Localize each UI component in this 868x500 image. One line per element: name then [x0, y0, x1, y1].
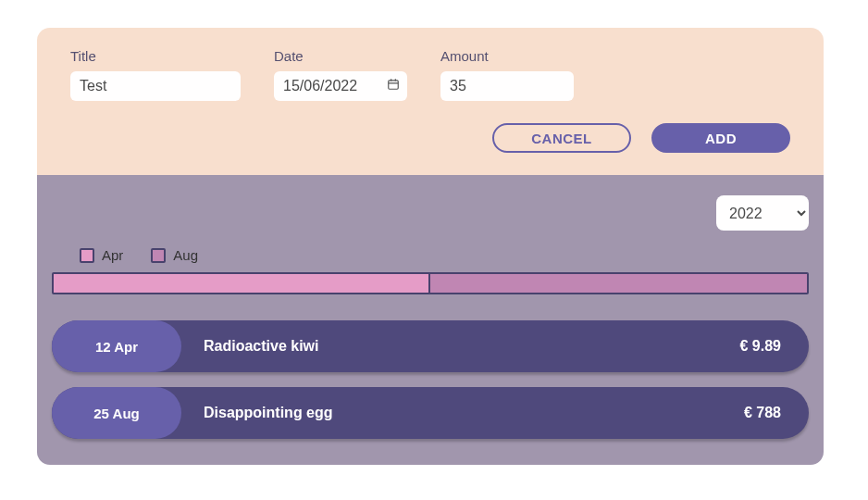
expense-date-pill: 25 Aug [52, 387, 181, 439]
amount-label: Amount [440, 48, 574, 64]
expense-list: 12 Apr Radioactive kiwi € 9.89 25 Aug Di… [52, 320, 809, 439]
app-container: Title Date [37, 28, 824, 465]
title-field-group: Title [70, 48, 241, 101]
legend-swatch-apr [80, 248, 94, 263]
expense-date-pill: 12 Apr [52, 320, 181, 372]
legend-label-apr: Apr [102, 247, 123, 263]
date-label: Date [274, 48, 407, 64]
expense-amount: € 9.89 [740, 338, 781, 355]
date-field-group: Date [274, 48, 407, 101]
title-label: Title [70, 48, 241, 64]
add-button[interactable]: ADD [651, 123, 790, 153]
year-filter-row: 2022 [52, 195, 809, 231]
chart-legend: Apr Aug [52, 247, 809, 263]
expense-title: Disappointing egg [181, 405, 744, 421]
form-panel: Title Date [37, 28, 824, 175]
year-select[interactable]: 2022 [716, 195, 809, 231]
body-panel: 2022 Apr Aug 12 Apr Radioactive kiwi € [37, 175, 824, 465]
bar-chart [52, 272, 809, 294]
amount-field-group: Amount [440, 48, 574, 101]
expense-row[interactable]: 25 Aug Disappointing egg € 788 [52, 387, 809, 439]
amount-input[interactable] [440, 71, 574, 101]
date-input-wrap [274, 71, 407, 101]
legend-label-aug: Aug [173, 247, 198, 263]
title-input[interactable] [70, 71, 241, 101]
form-actions: CANCEL ADD [70, 123, 790, 153]
expense-amount: € 788 [744, 405, 781, 421]
cancel-button[interactable]: CANCEL [492, 123, 631, 153]
legend-item-aug: Aug [151, 247, 198, 263]
date-input[interactable] [274, 71, 407, 101]
bar-segment-aug [430, 274, 807, 293]
bar-segment-apr [54, 274, 430, 293]
form-fields: Title Date [70, 48, 790, 101]
legend-item-apr: Apr [80, 247, 123, 263]
legend-swatch-aug [151, 248, 166, 263]
expense-row[interactable]: 12 Apr Radioactive kiwi € 9.89 [52, 320, 809, 372]
expense-title: Radioactive kiwi [181, 338, 740, 355]
